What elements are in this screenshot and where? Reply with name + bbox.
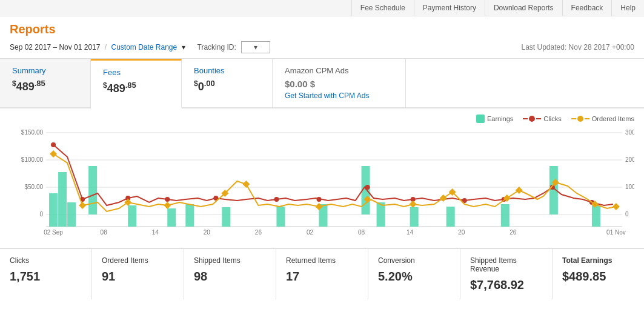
stat-total-label: Total Earnings [562,256,634,265]
nav-feedback[interactable]: Feedback [562,0,612,16]
svg-rect-22 [167,208,176,227]
card-summary-title: Summary [12,66,78,75]
svg-rect-23 [185,204,194,227]
nav-fee-schedule[interactable]: Fee Schedule [351,0,414,16]
svg-text:20: 20 [204,229,211,236]
stat-conversion-value: 5.20% [378,270,450,284]
summary-cards: Summary $489.85 Fees $489.85 Bounties $0… [0,59,644,108]
svg-text:01 Nov: 01 Nov [606,229,626,236]
svg-point-34 [51,142,56,147]
custom-date-range-link[interactable]: Custom Date Range [111,43,177,51]
svg-rect-31 [501,204,510,227]
card-fees-amount: $489.85 [103,81,169,95]
stat-shipped-value: 98 [194,270,266,284]
card-summary-amount: $489.85 [12,79,78,93]
svg-text:14: 14 [407,229,414,236]
svg-text:$50.00: $50.00 [24,184,43,190]
legend-ordered-items-label: Ordered Items [592,115,634,122]
svg-text:200: 200 [625,156,634,163]
svg-rect-24 [222,207,230,227]
date-range-text: Sep 02 2017 – Nov 01 2017 / Custom Date … [10,43,185,51]
card-fees-title: Fees [103,68,169,77]
dropdown-arrow-icon[interactable]: ▾ [182,43,185,51]
svg-marker-52 [242,181,250,188]
date-range-value: Sep 02 2017 – Nov 01 2017 [10,43,100,51]
svg-text:20: 20 [458,229,465,236]
svg-text:$150.00: $150.00 [21,129,44,136]
stat-shipped-items: Shipped Items 98 [184,249,276,299]
chart-area: Earnings Clicks Ordered Items [0,108,644,248]
stat-shipped-revenue: Shipped Items Revenue $7,768.92 [460,249,553,299]
card-bounties-title: Bounties [194,66,260,75]
svg-text:08: 08 [358,229,365,236]
date-separator: / [105,43,109,51]
legend-clicks-label: Clicks [543,115,561,122]
card-fees[interactable]: Fees $489.85 [91,59,182,108]
stat-clicks-value: 1,751 [10,270,82,284]
svg-marker-62 [612,203,620,210]
card-bounties-amount: $0.00 [194,79,260,93]
svg-rect-29 [410,207,419,227]
svg-rect-33 [592,205,600,227]
nav-download-reports[interactable]: Download Reports [485,0,562,16]
svg-marker-59 [516,187,523,194]
ordered-items-dot-icon [577,116,583,122]
stat-returned-label: Returned Items [286,256,358,265]
svg-marker-56 [440,194,447,202]
stat-revenue-label: Shipped Items Revenue [470,256,542,273]
stat-ordered-items: Ordered Items 91 [92,249,184,299]
stat-clicks: Clicks 1,751 [0,249,92,299]
tracking-id-dropdown[interactable]: ▾ [241,41,271,53]
stat-total-value: $489.85 [562,270,634,284]
svg-rect-18 [58,172,67,227]
card-bounties[interactable]: Bounties $0.00 [182,59,273,107]
svg-text:26: 26 [255,229,262,236]
stat-revenue-value: $7,768.92 [470,278,542,292]
svg-point-41 [365,185,370,190]
stat-ordered-value: 91 [102,270,174,284]
svg-text:08: 08 [101,229,108,236]
svg-text:0: 0 [625,211,629,218]
svg-marker-47 [50,150,57,158]
stat-shipped-label: Shipped Items [194,256,266,265]
cpm-get-started-link[interactable]: Get Started with CPM Ads [285,91,393,100]
card-cpm: Amazon CPM Ads $0.00 $ Get Started with … [273,59,406,107]
clicks-dot-icon [529,116,535,122]
svg-text:02 Sep: 02 Sep [44,229,63,236]
svg-point-39 [274,197,279,202]
nav-payment-history[interactable]: Payment History [414,0,485,16]
svg-marker-48 [79,202,86,209]
stat-conversion: Conversion 5.20% [368,249,460,299]
svg-text:100: 100 [625,184,634,190]
svg-text:300: 300 [625,129,634,136]
nav-help[interactable]: Help [611,0,644,16]
legend-ordered-items: Ordered Items [571,115,634,123]
card-cpm-amount: $0.00 $ [285,79,393,89]
card-cpm-title: Amazon CPM Ads [285,66,393,75]
svg-rect-17 [49,193,58,227]
svg-rect-28 [377,202,385,227]
card-summary[interactable]: Summary $489.85 [0,59,91,107]
legend-clicks: Clicks [523,115,561,123]
svg-point-37 [165,197,170,202]
stat-clicks-label: Clicks [10,256,82,265]
svg-rect-19 [67,202,76,227]
svg-rect-30 [446,207,455,227]
tracking-label: Tracking ID: [198,43,236,51]
stat-returned-value: 17 [286,270,358,284]
legend-earnings-label: Earnings [487,115,513,122]
svg-text:02: 02 [307,229,314,236]
svg-rect-25 [276,207,285,227]
svg-rect-21 [128,205,136,227]
chart-legend: Earnings Clicks Ordered Items [10,115,634,123]
stat-ordered-label: Ordered Items [102,256,174,265]
top-nav: Fee Schedule Payment History Download Re… [0,0,644,16]
stat-conversion-label: Conversion [378,256,450,265]
page-title: Reports [10,22,56,36]
last-updated-text: Last Updated: Nov 28 2017 +00:00 [522,43,634,51]
page-header: Reports [0,16,644,36]
svg-text:26: 26 [510,229,517,236]
earnings-dot-icon [476,115,485,123]
svg-text:0: 0 [39,211,43,218]
date-bar: Sep 02 2017 – Nov 01 2017 / Custom Date … [0,36,644,59]
